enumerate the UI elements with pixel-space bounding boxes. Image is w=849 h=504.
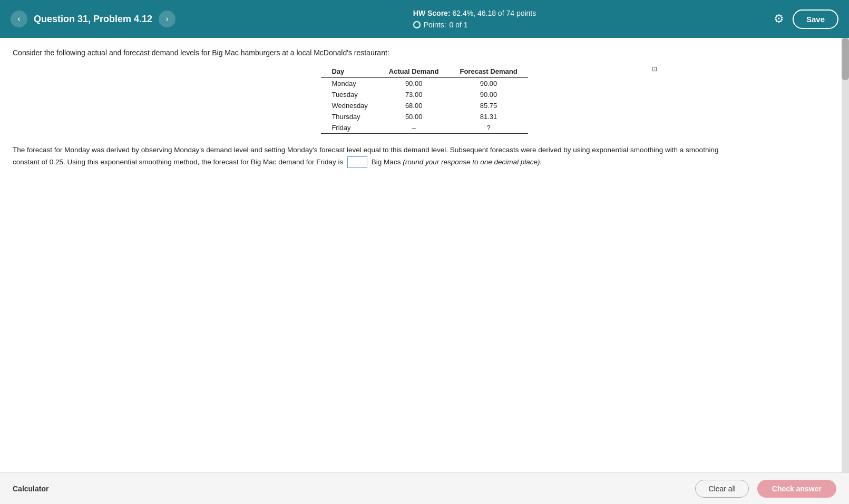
answer-input[interactable] [347, 156, 367, 168]
table-cell: 50.00 [378, 111, 450, 122]
col-header-day: Day [321, 65, 378, 78]
points-label: Points: [424, 19, 446, 31]
table-row: Wednesday68.0085.75 [321, 100, 528, 111]
settings-button[interactable]: ⚙ [774, 12, 784, 26]
table-cell: 90.00 [378, 78, 450, 90]
circle-icon [413, 21, 421, 28]
table-cell: Wednesday [321, 100, 378, 111]
calculator-label[interactable]: Calculator [13, 485, 48, 493]
col-header-actual: Actual Demand [378, 65, 450, 78]
question-text: Consider the following actual and foreca… [13, 48, 836, 57]
content-area: Consider the following actual and foreca… [0, 38, 849, 179]
table-cell: Thursday [321, 111, 378, 122]
clear-all-button[interactable]: Clear all [695, 480, 748, 498]
table-cell: Monday [321, 78, 378, 90]
table-cell: Tuesday [321, 89, 378, 100]
hw-score-row: HW Score: 62.4%, 46.18 of 74 points [413, 7, 536, 19]
col-header-forecast: Forecast Demand [449, 65, 528, 78]
save-button[interactable]: Save [793, 9, 838, 29]
body-text-italic: (round your response to one decimal plac… [403, 158, 542, 166]
table-row: Tuesday73.0090.00 [321, 89, 528, 100]
nav-question-section: ‹ Question 31, Problem 4.12 › [11, 11, 175, 27]
table-cell: 68.00 [378, 100, 450, 111]
table-row: Friday–? [321, 122, 528, 134]
table-cell: 90.00 [449, 78, 528, 90]
prev-question-button[interactable]: ‹ [11, 11, 27, 27]
body-text: The forecast for Monday was derived by o… [13, 144, 740, 169]
top-bar: ‹ Question 31, Problem 4.12 › HW Score: … [0, 0, 849, 38]
check-answer-button[interactable]: Check answer [757, 480, 836, 498]
scrollbar-thumb[interactable] [842, 38, 849, 80]
table-cell: Friday [321, 122, 378, 134]
body-text-part2: Big Macs [372, 158, 401, 166]
scrollbar[interactable] [842, 38, 849, 472]
hw-score-label: HW Score: [413, 9, 451, 17]
question-title: Question 31, Problem 4.12 [34, 14, 152, 25]
table-cell: – [378, 122, 450, 134]
points-row: Points: 0 of 1 [413, 19, 536, 31]
bottom-bar: Calculator Clear all Check answer [0, 472, 849, 504]
table-cell: 90.00 [449, 89, 528, 100]
table-cell: 73.00 [378, 89, 450, 100]
table-row: Thursday50.0081.31 [321, 111, 528, 122]
points-value: 0 of 1 [450, 19, 468, 31]
table-cell: 85.75 [449, 100, 528, 111]
demand-table: Day Actual Demand Forecast Demand Monday… [321, 65, 528, 134]
next-question-button[interactable]: › [159, 11, 175, 27]
expand-icon[interactable]: ⊡ [652, 65, 657, 73]
table-row: Monday90.0090.00 [321, 78, 528, 90]
hw-score-value: 62.4%, 46.18 of 74 points [452, 9, 536, 17]
table-wrapper: ⊡ Day Actual Demand Forecast Demand Mond… [13, 65, 836, 134]
top-bar-right: ⚙ Save [774, 9, 838, 29]
bottom-right-buttons: Clear all Check answer [695, 480, 836, 498]
table-cell: 81.31 [449, 111, 528, 122]
table-cell: ? [449, 122, 528, 134]
score-section: HW Score: 62.4%, 46.18 of 74 points Poin… [413, 7, 536, 31]
